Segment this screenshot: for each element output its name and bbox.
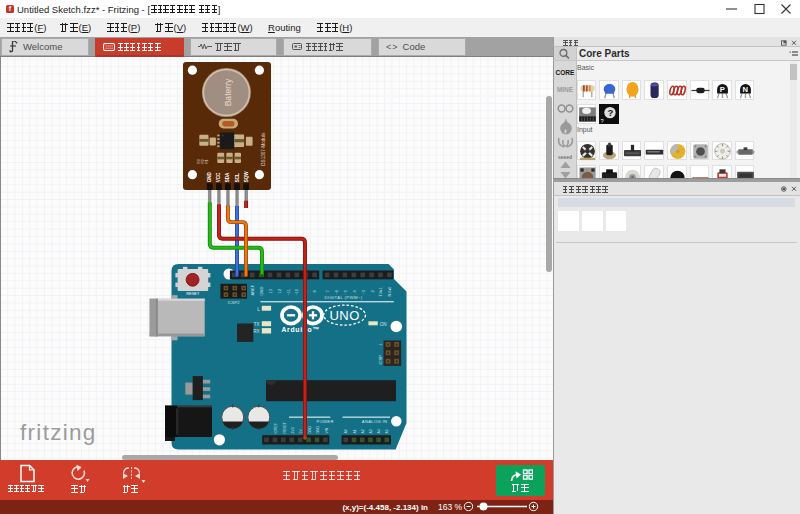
svg-text:N: N [742, 85, 747, 94]
svg-text:?: ? [608, 107, 614, 118]
svg-text:?: ? [601, 118, 604, 124]
svg-text:P: P [720, 85, 725, 94]
